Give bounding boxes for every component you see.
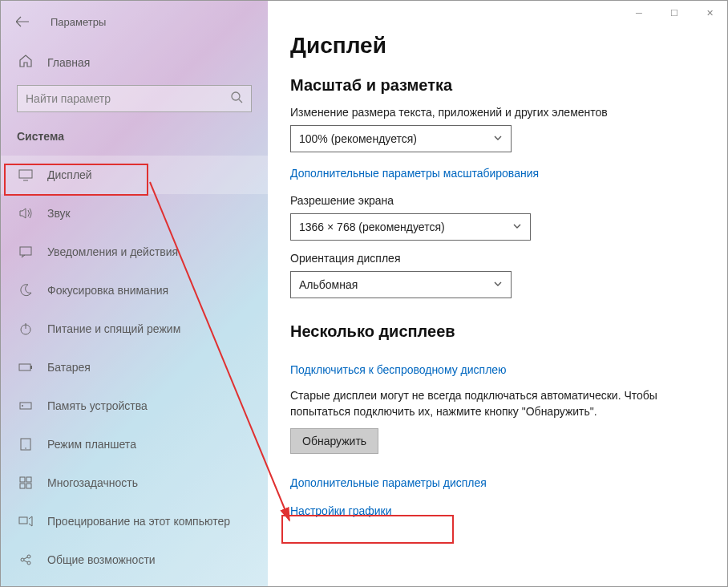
multitask-icon [18, 476, 33, 490]
sidebar-item-display[interactable]: Дисплей [1, 156, 268, 194]
svg-rect-2 [19, 170, 32, 178]
advanced-scaling-link[interactable]: Дополнительные параметры масштабирования [290, 167, 539, 180]
tablet-icon [18, 437, 33, 451]
svg-line-1 [239, 99, 242, 103]
sound-icon [18, 206, 33, 221]
svg-rect-16 [26, 484, 31, 488]
page-title: Дисплей [290, 33, 705, 59]
svg-point-10 [22, 405, 23, 407]
nav-label: Звук [47, 207, 71, 220]
nav-label: Батарея [47, 361, 91, 374]
svg-point-18 [21, 558, 24, 561]
multi-display-header: Несколько дисплеев [290, 322, 705, 341]
scale-value: 100% (рекомендуется) [299, 132, 417, 145]
nav-label: Память устройства [47, 399, 148, 412]
battery-icon [18, 360, 33, 374]
home-button[interactable]: Главная [1, 36, 268, 85]
chevron-down-icon [493, 278, 503, 291]
svg-rect-15 [20, 484, 25, 488]
back-button[interactable] [15, 14, 30, 29]
power-icon [18, 322, 33, 336]
nav-label: Дисплей [47, 168, 92, 181]
shared-icon [18, 553, 33, 567]
svg-rect-7 [19, 364, 30, 370]
sidebar-item-power[interactable]: Питание и спящий режим [1, 310, 268, 348]
svg-point-19 [27, 555, 30, 558]
sidebar-item-notifications[interactable]: Уведомления и действия [1, 233, 268, 271]
scale-label: Изменение размера текста, приложений и д… [290, 106, 705, 119]
sidebar-item-shared[interactable]: Общие возможности [1, 540, 268, 579]
home-icon [18, 54, 33, 71]
search-box[interactable] [17, 85, 252, 112]
annotation-highlight-graphics [281, 515, 454, 544]
advanced-display-link[interactable]: Дополнительные параметры дисплея [290, 476, 487, 489]
svg-line-22 [24, 561, 27, 562]
resolution-value: 1366 × 768 (рекомендуется) [299, 221, 445, 233]
search-icon [230, 91, 243, 107]
svg-point-12 [25, 447, 26, 449]
wireless-display-link[interactable]: Подключиться к беспроводному дисплею [290, 363, 507, 376]
svg-point-20 [27, 561, 30, 565]
scale-combo[interactable]: 100% (рекомендуется) [290, 125, 512, 152]
chevron-down-icon [493, 132, 503, 145]
section-title: Система [1, 128, 268, 156]
nav-label: Питание и спящий режим [47, 322, 180, 335]
nav-label: Режим планшета [47, 438, 136, 451]
old-displays-text: Старые дисплеи могут не всегда подключат… [290, 387, 705, 420]
detect-button[interactable]: Обнаружить [290, 428, 378, 454]
resolution-label: Разрешение экрана [290, 194, 705, 207]
svg-point-0 [232, 92, 240, 100]
svg-rect-4 [20, 247, 31, 255]
svg-rect-14 [26, 477, 31, 482]
minimize-button[interactable]: ─ [621, 1, 657, 25]
titlebar: Параметры [1, 7, 268, 36]
sidebar: Параметры Главная Система Дисплей Звук У… [1, 1, 268, 586]
nav-label: Многозадачность [47, 476, 138, 489]
notification-icon [18, 245, 33, 259]
chevron-down-icon [512, 221, 522, 233]
sidebar-item-focus[interactable]: Фокусировка внимания [1, 271, 268, 310]
sidebar-item-multitask[interactable]: Многозадачность [1, 464, 268, 502]
sidebar-item-projecting[interactable]: Проецирование на этот компьютер [1, 502, 268, 540]
sidebar-item-storage[interactable]: Память устройства [1, 387, 268, 425]
search-input[interactable] [26, 92, 230, 105]
sidebar-item-tablet[interactable]: Режим планшета [1, 425, 268, 464]
content-area: Дисплей Масштаб и разметка Изменение раз… [268, 1, 727, 586]
svg-rect-17 [19, 517, 27, 524]
monitor-icon [18, 168, 33, 182]
nav-label: Фокусировка внимания [47, 284, 168, 297]
nav-label: Общие возможности [47, 553, 156, 566]
window-controls: ─ ☐ ✕ [621, 1, 727, 25]
svg-rect-13 [20, 477, 25, 482]
nav-label: Проецирование на этот компьютер [47, 515, 230, 528]
orientation-label: Ориентация дисплея [290, 252, 705, 265]
orientation-value: Альбомная [299, 278, 358, 291]
home-label: Главная [47, 56, 90, 69]
storage-icon [18, 399, 33, 413]
window-title: Параметры [51, 16, 106, 28]
project-icon [18, 514, 33, 528]
svg-line-21 [24, 557, 27, 559]
orientation-combo[interactable]: Альбомная [290, 271, 512, 298]
sidebar-item-battery[interactable]: Батарея [1, 348, 268, 387]
nav-label: Уведомления и действия [47, 245, 178, 258]
maximize-button[interactable]: ☐ [657, 1, 692, 25]
close-button[interactable]: ✕ [692, 1, 727, 25]
svg-rect-8 [30, 366, 32, 369]
scale-section-header: Масштаб и разметка [290, 76, 705, 95]
resolution-combo[interactable]: 1366 × 768 (рекомендуется) [290, 213, 531, 241]
moon-icon [18, 283, 33, 298]
sidebar-item-sound[interactable]: Звук [1, 194, 268, 233]
